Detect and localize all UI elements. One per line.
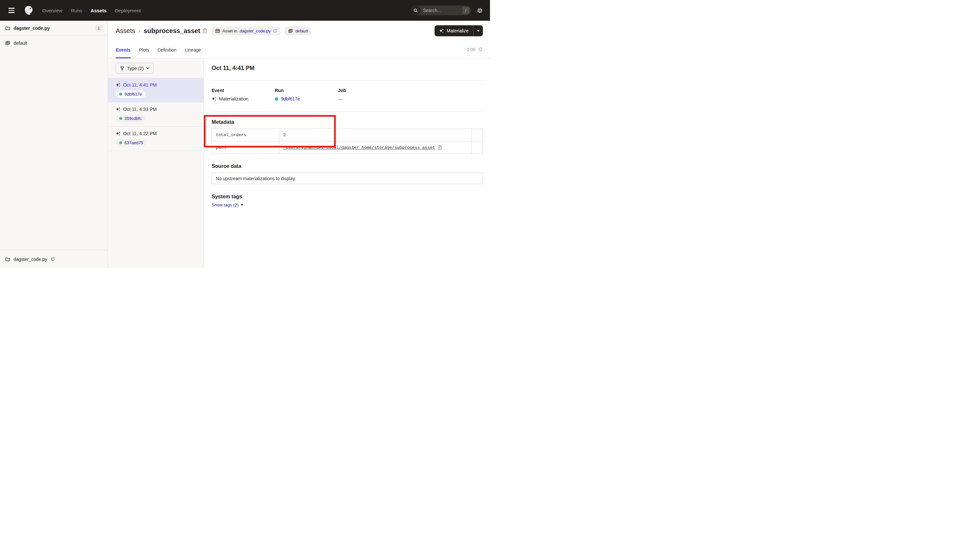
asset-catalog-sidebar: dagster_code.py 1 default dagster_code.p… xyxy=(0,21,108,268)
menu-icon[interactable] xyxy=(7,6,16,14)
top-nav-bar: Overview Runs Assets Deployment Search..… xyxy=(0,0,490,21)
search-shortcut-hint: / xyxy=(463,7,469,14)
badge-prefix: Asset in xyxy=(222,29,237,33)
metadata-value: /Users/yuhan/dev/local/dagster_home/stor… xyxy=(279,141,471,154)
run-success-dot xyxy=(275,97,278,101)
copy-path-icon[interactable] xyxy=(438,145,442,150)
tab-definition[interactable]: Definition xyxy=(158,47,176,58)
tab-lineage[interactable]: Lineage xyxy=(185,47,201,58)
materialization-sparkle-icon xyxy=(116,131,121,136)
run-column: Run 9dbf617e xyxy=(275,88,338,102)
run-success-dot xyxy=(119,117,122,120)
run-id-link[interactable]: 9dbf617e xyxy=(281,96,300,102)
asset-header-row: Assets › subprocess_asset Asset in dagst… xyxy=(108,21,490,41)
event-list-item[interactable]: Oct 11, 4:22 PM 637aed75 xyxy=(108,126,204,151)
asset-count-badge: 1 xyxy=(95,24,102,32)
folder-icon xyxy=(5,25,10,31)
run-success-dot xyxy=(119,141,122,144)
show-tags-toggle[interactable]: Show tags (2) xyxy=(212,202,243,207)
run-id: 637aed75 xyxy=(124,140,143,145)
caret-down-icon xyxy=(241,204,243,206)
event-column-label: Event xyxy=(212,88,275,93)
code-location-label: dagster_code.py xyxy=(14,25,49,31)
event-column: Event Materialization xyxy=(212,88,275,102)
job-column-label: Job xyxy=(338,88,401,93)
table-row: total_orders 2 xyxy=(212,129,483,141)
nav-right-cluster: Search... / xyxy=(410,5,483,15)
run-id: 9dbf617e xyxy=(124,92,142,97)
caret-down-icon xyxy=(477,30,480,32)
event-list-item[interactable]: Oct 11, 4:33 PM 359cdbfc xyxy=(108,102,204,126)
nav-item-runs[interactable]: Runs xyxy=(71,8,82,13)
refresh-icon[interactable] xyxy=(478,47,483,52)
dagster-app-window: Overview Runs Assets Deployment Search..… xyxy=(0,0,490,268)
reload-icon[interactable] xyxy=(273,29,277,33)
run-id-pill[interactable]: 359cdbfc xyxy=(116,115,145,122)
metadata-key: total_orders xyxy=(212,129,279,141)
funnel-icon xyxy=(120,66,124,71)
timer-value: 0:05 xyxy=(467,47,476,52)
sidebar-footer-code-location[interactable]: dagster_code.py xyxy=(0,250,108,268)
breadcrumb-assets-link[interactable]: Assets xyxy=(116,27,135,35)
search-icon xyxy=(410,5,420,15)
asset-tabs-row: Events Plots Definition Lineage 0:05 xyxy=(108,41,490,58)
event-time-label: Oct 11, 4:41 PM xyxy=(123,82,157,87)
event-detail-title: Oct 11, 4:41 PM xyxy=(212,65,483,72)
metadata-actions-cell xyxy=(471,141,483,154)
metadata-heading: Metadata xyxy=(212,119,483,125)
asset-name: subprocess_asset xyxy=(143,27,200,35)
filter-label: Type (2) xyxy=(127,66,143,71)
group-link[interactable]: default xyxy=(295,29,308,33)
copy-asset-name-icon[interactable] xyxy=(202,28,207,33)
sidebar-item-code-location[interactable]: dagster_code.py 1 xyxy=(0,21,108,36)
dagster-logo-icon[interactable] xyxy=(23,5,34,16)
divider xyxy=(212,80,483,81)
breadcrumb: Assets › subprocess_asset xyxy=(116,27,200,35)
path-link[interactable]: /Users/yuhan/dev/local/dagster_home/stor… xyxy=(283,145,435,150)
gear-icon[interactable] xyxy=(477,8,483,14)
event-summary-columns: Event Materialization Run 9dbf617e xyxy=(212,88,483,102)
group-badge: default xyxy=(285,27,311,35)
materialization-sparkle-icon xyxy=(116,83,121,87)
event-time-label: Oct 11, 4:22 PM xyxy=(123,131,157,136)
materialization-sparkle-icon xyxy=(212,97,216,102)
tab-plots[interactable]: Plots xyxy=(139,47,149,58)
breadcrumb-separator: › xyxy=(138,27,140,34)
event-list-item[interactable]: Oct 11, 4:41 PM 9dbf617e xyxy=(108,78,204,102)
search-input[interactable]: Search... / xyxy=(410,5,471,15)
asset-table-icon xyxy=(215,29,220,33)
job-column: Job — xyxy=(338,88,401,102)
nav-item-deployment[interactable]: Deployment xyxy=(115,8,141,13)
show-tags-label: Show tags (2) xyxy=(212,202,239,207)
materialize-button[interactable]: Materialize xyxy=(434,25,473,36)
run-success-dot xyxy=(119,93,122,95)
footer-code-location-label: dagster_code.py xyxy=(14,257,47,262)
group-label: default xyxy=(14,40,27,46)
code-location-link[interactable]: dagster_code.py xyxy=(240,29,270,33)
materialize-split-button: Materialize xyxy=(434,25,483,36)
run-id-pill[interactable]: 9dbf617e xyxy=(116,91,145,98)
tab-events[interactable]: Events xyxy=(116,47,130,58)
sidebar-spacer xyxy=(0,51,108,250)
source-data-empty-message: No upstream materializations to display. xyxy=(212,173,483,184)
asset-group-icon xyxy=(5,40,10,46)
sidebar-item-default-group[interactable]: default xyxy=(0,36,108,51)
sparkle-icon xyxy=(439,29,444,33)
metadata-actions-cell xyxy=(471,129,483,141)
materialization-sparkle-icon xyxy=(116,107,121,112)
table-row: path /Users/yuhan/dev/local/dagster_home… xyxy=(212,141,483,154)
tabs: Events Plots Definition Lineage xyxy=(116,47,201,58)
job-value: — xyxy=(338,96,342,102)
reload-icon[interactable] xyxy=(51,257,55,261)
nav-item-overview[interactable]: Overview xyxy=(42,8,62,13)
asset-group-icon xyxy=(288,29,293,33)
code-location-badge: Asset in dagster_code.py xyxy=(212,27,280,35)
folder-icon xyxy=(5,257,10,262)
run-column-label: Run xyxy=(275,88,338,93)
materialize-dropdown-button[interactable] xyxy=(473,25,483,36)
event-detail-pane: Oct 11, 4:41 PM Event Materialization Ru… xyxy=(204,58,490,268)
run-id-pill[interactable]: 637aed75 xyxy=(116,139,147,146)
type-filter-button[interactable]: Type (2) xyxy=(116,63,154,73)
search-placeholder: Search... xyxy=(423,8,441,13)
nav-item-assets[interactable]: Assets xyxy=(91,8,107,13)
